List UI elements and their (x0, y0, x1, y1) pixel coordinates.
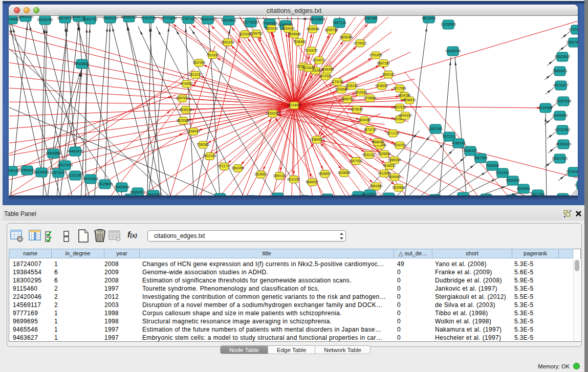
svg-text:8887180: 8887180 (377, 61, 390, 65)
svg-text:02516780: 02516780 (37, 18, 53, 21)
svg-text:10679247: 10679247 (51, 171, 66, 174)
svg-text:84529841: 84529841 (221, 18, 236, 22)
svg-text:19384554: 19384554 (310, 138, 324, 141)
svg-text:93557591: 93557591 (567, 40, 578, 44)
svg-text:6031372: 6031372 (288, 178, 300, 181)
svg-text:7280385: 7280385 (197, 143, 209, 146)
svg-text:0658948: 0658948 (288, 32, 301, 36)
svg-text:6546107: 6546107 (464, 149, 477, 152)
svg-text:2808414: 2808414 (187, 129, 200, 133)
svg-text:7511637: 7511637 (206, 53, 219, 57)
svg-text:5326502: 5326502 (378, 152, 391, 156)
svg-text:04234685: 04234685 (34, 170, 49, 174)
svg-text:49528831: 49528831 (74, 62, 90, 65)
svg-text:6671276: 6671276 (386, 132, 399, 135)
svg-text:49351643: 49351643 (556, 142, 571, 146)
svg-text:88909310: 88909310 (18, 16, 33, 18)
svg-text:5711777: 5711777 (218, 164, 231, 168)
svg-text:6044319: 6044319 (399, 114, 412, 117)
svg-text:47771834: 47771834 (161, 16, 177, 20)
svg-text:4544091: 4544091 (517, 187, 531, 190)
svg-text:9208312: 9208312 (376, 84, 388, 87)
svg-text:35493066: 35493066 (114, 185, 129, 189)
svg-text:91564041: 91564041 (19, 168, 35, 172)
svg-text:3387500: 3387500 (176, 96, 189, 100)
svg-text:8215958: 8215958 (539, 106, 553, 110)
svg-text:23267938: 23267938 (556, 99, 571, 103)
svg-text:61221387: 61221387 (68, 173, 83, 177)
svg-text:1412690: 1412690 (378, 171, 391, 175)
svg-text:2651676: 2651676 (221, 40, 234, 44)
svg-text:8656355: 8656355 (321, 68, 334, 71)
svg-text:67272042: 67272042 (569, 28, 578, 31)
svg-text:8525388: 8525388 (177, 119, 189, 122)
svg-text:1705864: 1705864 (364, 96, 377, 100)
svg-text:1419314: 1419314 (355, 91, 367, 94)
svg-text:0729022: 0729022 (354, 41, 366, 45)
svg-text:43337761: 43337761 (82, 17, 98, 21)
svg-text:43732332: 43732332 (555, 128, 570, 132)
svg-text:16648784: 16648784 (445, 49, 461, 53)
svg-text:17047187: 17047187 (181, 17, 196, 20)
svg-text:88317010: 88317010 (552, 157, 568, 160)
svg-text:53776020: 53776020 (243, 20, 258, 24)
svg-text:3537990: 3537990 (192, 61, 205, 64)
svg-text:8820018: 8820018 (265, 27, 278, 30)
svg-text:3873716: 3873716 (364, 128, 377, 132)
svg-text:2087682: 2087682 (364, 16, 378, 20)
svg-text:13218506: 13218506 (441, 23, 456, 26)
svg-text:54499207: 54499207 (121, 16, 137, 19)
svg-text:18300295: 18300295 (266, 112, 280, 115)
svg-text:5513137: 5513137 (189, 73, 202, 76)
svg-text:77642656: 77642656 (262, 21, 277, 25)
svg-text:7868433: 7868433 (372, 140, 384, 144)
svg-text:6849340: 6849340 (388, 175, 401, 179)
svg-text:1590109: 1590109 (273, 174, 286, 178)
svg-text:6205798: 6205798 (325, 28, 338, 32)
svg-text:7857214: 7857214 (333, 21, 346, 25)
svg-text:8539336: 8539336 (180, 108, 192, 112)
svg-text:1672326: 1672326 (319, 74, 332, 78)
svg-text:4156183: 4156183 (452, 141, 466, 145)
svg-text:7838483: 7838483 (293, 40, 306, 43)
svg-text:3962459: 3962459 (231, 166, 244, 170)
svg-text:68364507: 68364507 (130, 190, 145, 194)
svg-text:7063606: 7063606 (486, 164, 499, 167)
svg-text:7299752: 7299752 (250, 32, 263, 35)
svg-text:2815901: 2815901 (254, 172, 267, 176)
svg-text:4839548: 4839548 (307, 27, 319, 31)
svg-text:0710431: 0710431 (496, 171, 510, 174)
svg-text:7483380: 7483380 (370, 184, 383, 188)
svg-text:30445166: 30445166 (9, 169, 19, 172)
svg-text:49131677: 49131677 (553, 83, 569, 87)
svg-text:03993158: 03993158 (575, 183, 578, 187)
svg-text:2791805: 2791805 (369, 53, 382, 57)
svg-text:2889751: 2889751 (341, 97, 354, 101)
svg-text:16033809: 16033809 (310, 17, 325, 21)
svg-text:0400088: 0400088 (358, 118, 371, 122)
svg-text:08374071: 08374071 (57, 16, 73, 20)
svg-text:4743957: 4743957 (180, 82, 193, 85)
svg-text:6507529: 6507529 (394, 105, 406, 109)
svg-text:2633043: 2633043 (282, 27, 295, 30)
svg-text:8666617: 8666617 (306, 180, 318, 184)
svg-text:6828288: 6828288 (340, 35, 353, 39)
svg-text:4026859: 4026859 (338, 171, 351, 174)
svg-text:44463478: 44463478 (68, 149, 83, 153)
svg-text:35606883: 35606883 (46, 151, 61, 155)
svg-text:7261675: 7261675 (305, 49, 318, 52)
svg-text:4023448: 4023448 (302, 66, 315, 70)
svg-text:3307924: 3307924 (350, 159, 362, 163)
svg-text:1131144: 1131144 (331, 80, 343, 83)
svg-text:3587355: 3587355 (474, 156, 488, 160)
svg-text:8017598: 8017598 (394, 86, 406, 90)
svg-text:5632122: 5632122 (362, 153, 375, 157)
svg-text:46331912: 46331912 (200, 17, 215, 21)
svg-text:18724007: 18724007 (287, 103, 302, 107)
svg-text:3287046: 3287046 (429, 127, 443, 130)
svg-text:9554590: 9554590 (506, 179, 520, 182)
svg-text:8813054: 8813054 (422, 16, 436, 20)
svg-text:83757628: 83757628 (83, 177, 98, 181)
svg-text:7224704: 7224704 (394, 143, 406, 147)
svg-text:5585304: 5585304 (388, 158, 401, 162)
